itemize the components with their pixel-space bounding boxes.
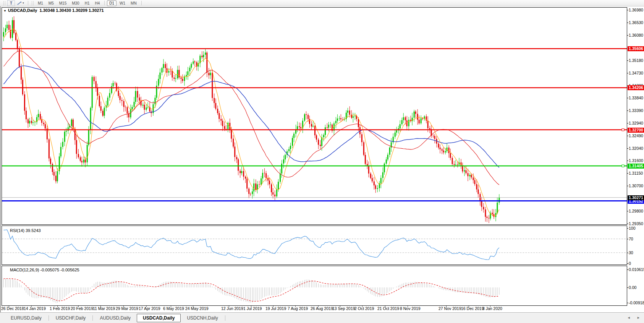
- price-axis-tick: [627, 211, 628, 211]
- price-axis-tick: [627, 98, 628, 98]
- time-axis-label: 29 Mar 2019: [116, 306, 138, 311]
- time-axis-label: 27 Nov 2019: [439, 306, 461, 311]
- time-axis-label: 3 Jan 2020: [482, 306, 502, 311]
- tab-separator: [225, 315, 225, 321]
- price-axis-label: 1.36530: [629, 20, 643, 25]
- line-price-label-1.34206: 1.34206: [628, 85, 644, 90]
- time-axis-label: 12 Jun 2019: [221, 306, 243, 311]
- price-axis-label: 1.35180: [629, 58, 643, 63]
- timeframe-button-D1[interactable]: D1: [107, 0, 117, 6]
- toolbar-separator: [141, 1, 142, 5]
- line-handle-1.31405[interactable]: [622, 165, 624, 167]
- price-axis-tick: [627, 224, 628, 224]
- rsi-line: [3, 230, 499, 260]
- price-axis-label: 1.29350: [629, 221, 643, 226]
- tab-AUDUSD[interactable]: AUDUSD,Daily: [94, 314, 137, 322]
- price-chart-pane[interactable]: [2, 7, 627, 225]
- tab-USDCHF[interactable]: USDCHF,Daily: [50, 314, 92, 322]
- rsi-axis-tick: [627, 263, 628, 264]
- timeframe-button-M15[interactable]: M15: [57, 0, 69, 6]
- price-axis-label: 1.33840: [629, 96, 643, 100]
- macd-canvas: [2, 266, 627, 305]
- time-axis-label: 2 Oct 2019: [354, 306, 374, 311]
- rsi-axis-tick: [627, 239, 628, 239]
- time-axis-label: 1 Feb 2019: [50, 306, 70, 311]
- window-left-edge: [0, 6, 1, 323]
- diagonal-arrows-icon: [17, 1, 22, 5]
- line-price-label-1.31405: 1.31405: [628, 164, 644, 169]
- macd-histogram: [3, 278, 499, 303]
- symbol-tab-bar: EURUSD,DailyUSDCHF,DailyAUDUSD,DailyUSDC…: [0, 312, 644, 323]
- time-axis-label: 24 May 2019: [185, 306, 209, 311]
- price-axis-tick: [627, 60, 628, 61]
- chart-title-caret-icon[interactable]: ▼: [3, 9, 6, 13]
- timeframe-button-M30[interactable]: M30: [70, 0, 81, 6]
- price-axis-tick: [627, 10, 628, 10]
- current-price-label: 1.30271: [628, 195, 644, 200]
- price-axis-label: 1.32040: [629, 146, 643, 151]
- timeframe-button-H4[interactable]: H4: [92, 0, 102, 6]
- time-axis-label: 14 Jan 2019: [24, 306, 46, 311]
- toolbar-separator: [104, 1, 105, 5]
- dropdown-caret-icon[interactable]: ▼: [22, 2, 24, 4]
- tab-scroll-right-icon[interactable]: ►: [637, 316, 640, 320]
- chart-title: ▼USDCAD,Daily 1.30348 1.30430 1.30209 1.…: [3, 8, 104, 13]
- macd-axis-label: -0.009181: [629, 300, 644, 305]
- price-axis-label: 1.29800: [629, 209, 643, 213]
- macd-axis-tick: [627, 287, 628, 288]
- time-axis-label: 13 Sep 2019: [332, 306, 355, 311]
- price-axis-label: 1.31600: [629, 158, 643, 163]
- price-chart-canvas[interactable]: [2, 8, 627, 224]
- macd-signal-line: [3, 279, 499, 302]
- price-axis-tick: [627, 161, 628, 161]
- toolbar-grip[interactable]: [3, 1, 5, 5]
- rsi-indicator-pane[interactable]: [2, 226, 627, 265]
- tab-separator: [92, 315, 93, 321]
- timeframe-button-M1[interactable]: M1: [36, 0, 45, 6]
- price-axis-tick: [627, 123, 628, 123]
- ma-fast-line[interactable]: [3, 29, 499, 216]
- timeframe-button-W1[interactable]: W1: [117, 0, 128, 6]
- tab-EURUSD[interactable]: EURUSD,Daily: [5, 314, 48, 322]
- rsi-axis-label: 0: [629, 261, 631, 266]
- line-handle-1.32700[interactable]: [622, 128, 624, 131]
- macd-label: MACD(12,26,9) -0.005075 -0.005625: [10, 268, 79, 272]
- time-axis-label: 16 Dec 2019: [461, 306, 484, 311]
- text-tool-icon: T: [10, 1, 12, 5]
- price-axis-label: 1.34730: [629, 71, 643, 75]
- time-axis-label: 21 Oct 2019: [377, 306, 399, 311]
- price-axis-tick: [627, 173, 628, 174]
- time-axis-label: 26 Dec 2018: [1, 306, 24, 311]
- price-axis-label: 1.31150: [629, 171, 643, 175]
- macd-indicator-pane[interactable]: [2, 266, 627, 306]
- timeframe-button-M5[interactable]: M5: [46, 0, 56, 6]
- price-axis-tick: [627, 186, 628, 186]
- tab-USDCAD[interactable]: USDCAD,Daily: [137, 314, 181, 322]
- arrows-tool-button[interactable]: ▼: [16, 1, 26, 6]
- price-axis-tick: [627, 23, 628, 23]
- time-axis-label: 26 Aug 2019: [311, 306, 333, 311]
- macd-axis-tick: [627, 303, 628, 303]
- rsi-axis-tick: [627, 253, 628, 253]
- price-axis-label: 1.32490: [629, 133, 643, 138]
- line-price-label-1.35606: 1.35606: [628, 46, 644, 51]
- time-axis-label: 1 Jul 2019: [243, 306, 262, 311]
- rsi-axis-label: 30: [629, 250, 633, 255]
- price-axis-tick: [627, 148, 628, 149]
- macd-axis-label: 0.010615: [629, 267, 644, 272]
- price-axis-label: 1.30700: [629, 183, 643, 188]
- price-axis-tick: [627, 110, 628, 111]
- tab-USDCNH[interactable]: USDCNH,Daily: [181, 314, 224, 322]
- time-axis-label: 17 Apr 2019: [139, 306, 160, 311]
- tab-scroll-left-icon[interactable]: ◄: [627, 316, 631, 320]
- toolbar-grip[interactable]: [32, 1, 34, 5]
- price-axis-label: 1.32940: [629, 121, 643, 125]
- macd-axis-label: 0.00: [629, 285, 636, 290]
- timeframe-button-MN[interactable]: MN: [128, 0, 139, 6]
- text-tool-button[interactable]: T: [7, 0, 15, 6]
- timeframe-button-H1[interactable]: H1: [83, 0, 92, 6]
- price-axis-label: 1.33390: [629, 108, 643, 113]
- price-axis-tick: [627, 73, 628, 73]
- macd-axis-tick: [627, 269, 628, 270]
- time-axis-label: 7 Aug 2019: [288, 306, 308, 311]
